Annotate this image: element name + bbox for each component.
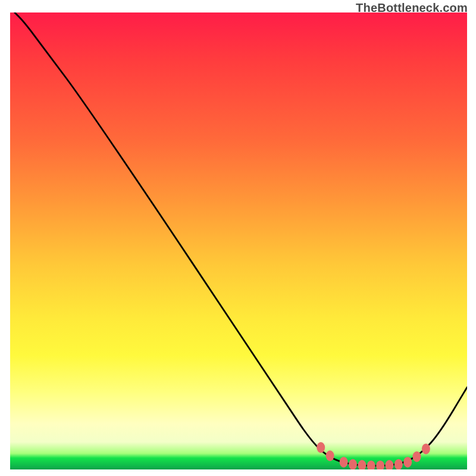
marker-dot (385, 460, 393, 469)
marker-dot (358, 460, 366, 469)
plot-area (10, 12, 468, 470)
marker-dot (340, 457, 348, 468)
marker-dot (413, 452, 421, 462)
marker-dot (422, 443, 430, 454)
optimal-markers (317, 442, 430, 469)
marker-dot (394, 459, 403, 469)
marker-dot (403, 457, 412, 468)
bottleneck-chart: TheBottleneck.com (0, 0, 476, 476)
marker-dot (367, 461, 375, 469)
marker-dot (349, 459, 357, 469)
chart-svg (10, 12, 467, 469)
marker-dot (317, 442, 325, 453)
bottleneck-curve (15, 12, 467, 466)
marker-dot (326, 450, 334, 461)
marker-dot (376, 461, 384, 469)
